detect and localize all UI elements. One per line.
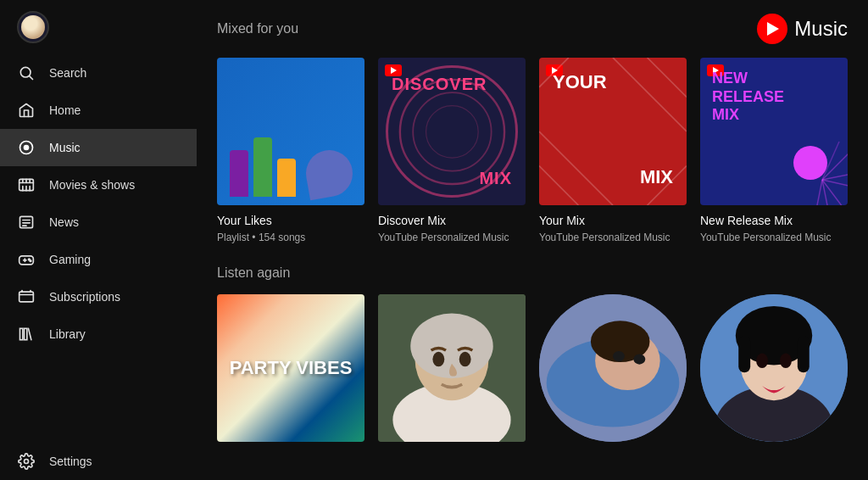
svg-point-20 <box>30 260 31 262</box>
subscriptions-icon <box>17 287 36 306</box>
card-your-mix-subtitle: YouTube Personalized Music <box>539 231 687 245</box>
sidebar-item-subscriptions-label: Subscriptions <box>49 290 120 304</box>
card-new-release-mix-title: New Release Mix <box>700 214 848 227</box>
card-discover-mix-subtitle: YouTube Personalized Music <box>378 231 526 245</box>
thumb-party-bg: PARTY VIBES <box>217 294 364 442</box>
party-vibes-text: PARTY VIBES <box>230 358 353 378</box>
thumb-newrelease-bg: NEWRELEASEMIX <box>700 58 848 205</box>
discover-text-bottom: MIX <box>479 169 512 188</box>
svg-rect-24 <box>20 328 23 339</box>
listen-thumb-person-1 <box>378 294 526 442</box>
card-your-mix-title: Your Mix <box>539 214 687 227</box>
svg-point-3 <box>25 146 29 150</box>
svg-line-38 <box>814 180 822 205</box>
sidebar-item-home-label: Home <box>49 103 81 117</box>
person-3-svg <box>700 294 848 442</box>
svg-point-26 <box>25 460 29 464</box>
home-icon <box>17 101 36 120</box>
card-new-release-mix-thumb: NEWRELEASEMIX <box>700 58 848 205</box>
sidebar-item-settings[interactable]: Settings <box>0 443 197 480</box>
newrelease-rays-svg <box>780 137 848 205</box>
sidebar-item-news-label: News <box>49 215 79 229</box>
listen-card-party-vibes[interactable]: PARTY VIBES <box>217 294 364 442</box>
sidebar: Search Home Music Mo <box>0 0 197 480</box>
sidebar-item-settings-label: Settings <box>49 455 92 468</box>
svg-line-29 <box>539 166 578 205</box>
svg-rect-56 <box>738 336 750 373</box>
sidebar-item-library-label: Library <box>49 327 86 341</box>
main-content: Mixed for you Music Your Likes Playlis <box>197 0 868 480</box>
music-icon <box>17 138 36 157</box>
sidebar-item-music-label: Music <box>49 141 81 154</box>
sidebar-item-movies-label: Movies & shows <box>49 178 135 192</box>
gaming-icon <box>17 250 36 269</box>
sidebar-item-news[interactable]: News <box>0 204 197 241</box>
library-icon <box>17 325 36 343</box>
bar-green <box>253 137 272 197</box>
listen-thumb-person-2 <box>539 294 687 442</box>
discover-text-top: DISCOVER <box>392 75 487 94</box>
card-your-likes[interactable]: Your Likes Playlist • 154 songs <box>217 58 364 245</box>
svg-point-51 <box>633 354 645 364</box>
mixed-for-you-header: Mixed for you Music <box>217 14 848 44</box>
yt-music-play-icon <box>757 14 787 44</box>
sidebar-item-movies[interactable]: Movies & shows <box>0 166 197 204</box>
sidebar-item-gaming[interactable]: Gaming <box>0 241 197 278</box>
card-your-likes-thumb <box>217 58 364 205</box>
thumb-person-2-bg <box>539 294 687 442</box>
person-1-svg <box>378 294 526 442</box>
svg-line-32 <box>539 58 569 87</box>
sidebar-item-search[interactable]: Search <box>0 54 197 92</box>
listen-card-person-2[interactable] <box>539 294 687 442</box>
sidebar-item-search-label: Search <box>49 66 86 80</box>
sidebar-item-library[interactable]: Library <box>0 315 197 353</box>
card-new-release-mix[interactable]: NEWRELEASEMIX New Release Mix YouTube Pe… <box>700 58 848 245</box>
yourmix-text-mix: MIX <box>640 166 673 188</box>
svg-rect-57 <box>798 336 810 373</box>
yt-music-logo: Music <box>757 14 848 44</box>
thumb-person-3-bg <box>700 294 848 442</box>
card-your-mix-thumb: YOUR MIX <box>539 58 687 205</box>
card-discover-mix[interactable]: DISCOVER MIX Discover Mix YouTube Person… <box>378 58 526 245</box>
logo[interactable] <box>0 0 197 54</box>
card-your-mix[interactable]: YOUR MIX Your Mix YouTube Personalized M… <box>539 58 687 245</box>
thumb-likes-bg <box>217 58 364 205</box>
card-discover-mix-thumb: DISCOVER MIX <box>378 58 526 205</box>
card-your-likes-subtitle: Playlist • 154 songs <box>217 231 364 245</box>
news-icon <box>17 213 36 232</box>
listen-again-title: Listen again <box>217 265 848 281</box>
thumb-yourmix-bg: YOUR MIX <box>539 58 687 205</box>
svg-point-59 <box>780 353 792 367</box>
thumb-likes-bars <box>230 129 353 197</box>
card-discover-mix-title: Discover Mix <box>378 214 526 227</box>
svg-point-0 <box>20 67 31 77</box>
svg-rect-21 <box>19 292 34 302</box>
listen-card-person-1[interactable] <box>378 294 526 442</box>
bar-purple <box>230 150 248 197</box>
movies-icon <box>17 176 36 194</box>
svg-point-45 <box>459 352 471 366</box>
svg-rect-25 <box>25 328 27 339</box>
listen-thumb-party-vibes: PARTY VIBES <box>217 294 364 442</box>
svg-line-30 <box>539 131 613 205</box>
listen-again-section: Listen again PARTY VIBES <box>217 265 848 442</box>
sidebar-item-gaming-label: Gaming <box>49 253 91 266</box>
listen-thumb-person-3 <box>700 294 848 442</box>
listen-again-row: PARTY VIBES <box>217 294 848 442</box>
sidebar-nav: Search Home Music Mo <box>0 54 197 480</box>
sidebar-item-home[interactable]: Home <box>0 92 197 129</box>
sidebar-item-subscriptions[interactable]: Subscriptions <box>0 278 197 315</box>
listen-card-person-3[interactable] <box>700 294 848 442</box>
sidebar-item-music[interactable]: Music <box>0 129 197 166</box>
thumb-icon <box>302 147 356 201</box>
settings-icon <box>17 452 36 471</box>
mixed-for-you-title: Mixed for you <box>217 21 298 36</box>
yt-music-label: Music <box>794 17 848 41</box>
thumb-person-1-bg <box>378 294 526 442</box>
mixed-cards-row: Your Likes Playlist • 154 songs DISCOVER… <box>217 58 848 245</box>
svg-line-39 <box>822 142 839 180</box>
svg-line-28 <box>648 58 687 97</box>
svg-point-58 <box>756 353 768 367</box>
svg-line-27 <box>613 58 687 131</box>
svg-line-1 <box>30 76 33 80</box>
